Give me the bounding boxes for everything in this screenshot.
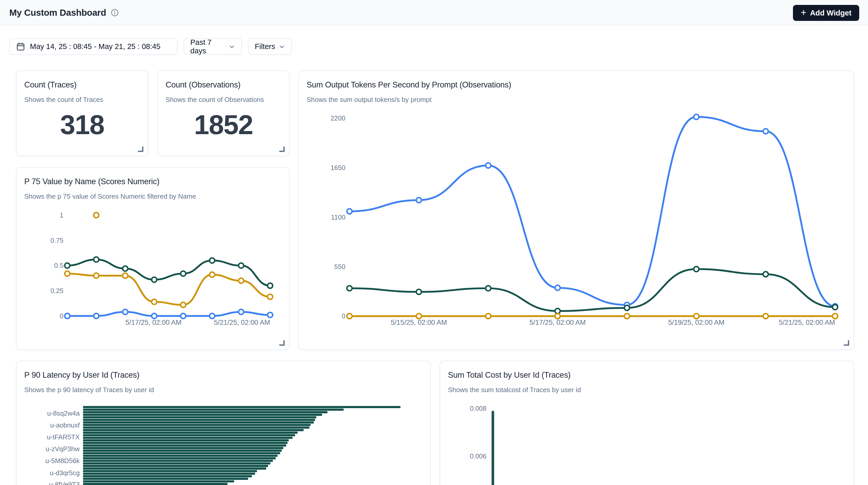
widget-title: Sum Output Tokens Per Second by Prompt (…: [307, 80, 846, 90]
resize-handle-icon[interactable]: [279, 147, 285, 152]
page-header: My Custom Dashboard + Add Widget: [0, 0, 868, 26]
line-chart: 05501100165022005/15/25, 02:00 AM5/17/25…: [299, 71, 854, 350]
page-title: My Custom Dashboard: [9, 7, 106, 18]
info-icon[interactable]: [111, 8, 119, 17]
filters-label: Filters: [255, 42, 275, 51]
metric-value: 1852: [158, 109, 289, 140]
metric-value: 318: [17, 109, 148, 140]
svg-text:5/17/25, 02:00 AM: 5/17/25, 02:00 AM: [529, 319, 586, 326]
widget-title: Count (Traces): [24, 80, 140, 90]
svg-text:0.006: 0.006: [470, 453, 487, 460]
svg-text:u-aobnuxf: u-aobnuxf: [50, 422, 80, 429]
resize-handle-icon[interactable]: [138, 147, 144, 152]
time-preset-label: Past 7 days: [190, 38, 228, 55]
svg-text:1100: 1100: [331, 214, 346, 221]
svg-text:5/19/25, 02:00 AM: 5/19/25, 02:00 AM: [668, 319, 724, 326]
chevron-down-icon: [279, 43, 285, 50]
widget-description: Shows the sum output tokens/s by prompt: [307, 96, 846, 104]
widget-description: Shows the count of Observations: [165, 96, 281, 104]
widget-title: P 75 Value by Name (Scores Numeric): [24, 177, 281, 186]
widget-count-observations: Count (Observations) Shows the count of …: [157, 70, 289, 156]
svg-text:0.5: 0.5: [54, 262, 63, 269]
widget-p90-latency-chart: P 90 Latency by User Id (Traces) Shows t…: [16, 361, 431, 485]
svg-text:u-d3qr5cg: u-d3qr5cg: [50, 469, 80, 477]
chevron-down-icon: [228, 43, 235, 50]
svg-text:0.25: 0.25: [51, 287, 63, 294]
calendar-icon: [17, 42, 25, 51]
widget-p75-scores-chart: P 75 Value by Name (Scores Numeric) Show…: [16, 167, 289, 350]
svg-text:5/15/25, 02:00 AM: 5/15/25, 02:00 AM: [391, 319, 447, 326]
svg-text:0.008: 0.008: [470, 405, 487, 412]
widget-count-traces: Count (Traces) Shows the count of Traces…: [16, 70, 148, 156]
widget-description: Shows the sum totalcost of Traces by use…: [448, 386, 846, 394]
widget-description: Shows the count of Traces: [24, 96, 140, 104]
date-range-label: May 14, 25 : 08:45 - May 21, 25 : 08:45: [30, 42, 160, 51]
svg-text:5/17/25, 02:00 AM: 5/17/25, 02:00 AM: [125, 319, 182, 326]
widget-tokens-per-second-chart: Sum Output Tokens Per Second by Prompt (…: [298, 70, 854, 350]
date-range-picker[interactable]: May 14, 25 : 08:45 - May 21, 25 : 08:45: [9, 38, 178, 55]
svg-text:550: 550: [334, 263, 345, 270]
svg-text:1: 1: [60, 212, 63, 219]
widget-title: Count (Observations): [165, 80, 281, 90]
svg-text:u-8fVe9T3: u-8fVe9T3: [49, 481, 80, 485]
filters-dropdown[interactable]: Filters: [248, 38, 292, 55]
add-widget-label: Add Widget: [810, 9, 851, 17]
widget-title: P 90 Latency by User Id (Traces): [24, 370, 423, 380]
svg-text:0: 0: [60, 312, 63, 320]
widget-title: Sum Total Cost by User Id (Traces): [448, 370, 846, 380]
widget-description: Shows the p 90 latency of Traces by user…: [24, 386, 423, 394]
svg-text:u-zVqP3hw: u-zVqP3hw: [45, 445, 80, 453]
time-preset-dropdown[interactable]: Past 7 days: [184, 38, 242, 55]
svg-text:0.75: 0.75: [51, 237, 63, 244]
widget-total-cost-chart: Sum Total Cost by User Id (Traces) Shows…: [440, 361, 854, 485]
widget-description: Shows the p 75 value of Scores Numeric f…: [24, 192, 281, 201]
add-widget-button[interactable]: + Add Widget: [793, 5, 859, 21]
svg-text:u-tFAR5TX: u-tFAR5TX: [47, 433, 80, 441]
plus-icon: +: [801, 7, 806, 17]
svg-text:0: 0: [342, 312, 345, 320]
svg-text:5/21/25, 02:00 AM: 5/21/25, 02:00 AM: [214, 319, 270, 326]
svg-text:u-8sq2w4a: u-8sq2w4a: [47, 410, 80, 417]
svg-text:2200: 2200: [331, 115, 346, 122]
svg-text:1650: 1650: [331, 164, 346, 171]
svg-text:u-5M8D56k: u-5M8D56k: [45, 457, 80, 464]
svg-text:5/21/25, 02:00 AM: 5/21/25, 02:00 AM: [779, 319, 835, 326]
